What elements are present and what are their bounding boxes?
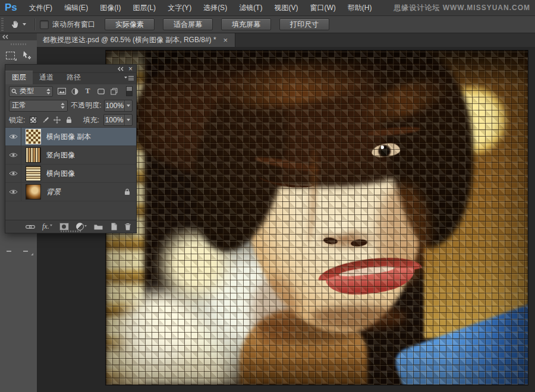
filter-switch[interactable] xyxy=(126,86,133,96)
layer-thumbnail[interactable] xyxy=(26,129,41,144)
filter-adjustment-icon[interactable] xyxy=(70,87,79,96)
visibility-toggle[interactable] xyxy=(5,128,21,146)
options-bar: 滚动所有窗口 实际像素 适合屏幕 填充屏幕 打印尺寸 xyxy=(0,16,535,33)
menu-edit[interactable]: 编辑(E) xyxy=(58,0,94,15)
checkbox-label: 滚动所有窗口 xyxy=(52,20,95,30)
fill-screen-button[interactable]: 填充屏幕 xyxy=(221,18,271,30)
fit-screen-button[interactable]: 适合屏幕 xyxy=(163,18,213,30)
photoshop-window: Ps 文件(F) 编辑(E) 图像(I) 图层(L) 文字(Y) 选择(S) 滤… xyxy=(0,0,535,392)
new-group-icon[interactable] xyxy=(94,223,103,230)
menu-layer[interactable]: 图层(L) xyxy=(127,0,162,15)
updown-icon xyxy=(46,88,51,94)
fill-label: 填充: xyxy=(83,115,99,125)
layers-panel-footer: fx. xyxy=(5,220,136,233)
document-title: 都教授思迷达.psd @ 60.5% (横向图像 副本, RGB/8#) * xyxy=(43,35,216,45)
print-size-button[interactable]: 打印尺寸 xyxy=(279,18,329,30)
visibility-toggle[interactable] xyxy=(5,146,21,164)
hand-tool-preset[interactable] xyxy=(7,18,30,31)
new-layer-icon[interactable] xyxy=(110,223,117,230)
layer-filter-row: 类型 T xyxy=(5,84,136,98)
layer-thumbnail[interactable] xyxy=(26,147,41,163)
filter-smartobject-icon[interactable] xyxy=(109,87,118,96)
caret-icon xyxy=(127,119,130,123)
layer-row-background[interactable]: 背景 xyxy=(5,183,136,201)
tab-channels[interactable]: 通道 xyxy=(33,71,60,84)
close-panel-icon[interactable]: × xyxy=(128,66,133,72)
separator xyxy=(34,18,35,30)
opacity-value[interactable]: 100% xyxy=(104,100,133,112)
filter-pixel-icon[interactable] xyxy=(57,87,66,96)
eye-icon xyxy=(9,152,18,158)
lock-pixels-icon[interactable] xyxy=(41,116,49,124)
menu-image[interactable]: 图像(I) xyxy=(94,0,127,15)
document-tab[interactable]: 都教授思迷达.psd @ 60.5% (横向图像 副本, RGB/8#) * × xyxy=(37,33,235,47)
preset-caret-icon xyxy=(23,23,26,27)
menu-select[interactable]: 选择(S) xyxy=(197,0,233,15)
canvas-image[interactable] xyxy=(106,50,528,385)
layer-name: 横向图像 xyxy=(46,169,75,179)
updown-icon xyxy=(61,103,65,109)
scroll-all-windows-option[interactable]: 滚动所有窗口 xyxy=(40,20,95,30)
layer-name: 竖向图像 xyxy=(46,150,75,160)
menu-help[interactable]: 帮助(H) xyxy=(342,0,378,15)
lock-all-icon[interactable] xyxy=(65,116,73,124)
tools-row xyxy=(0,48,37,63)
collapse-tools-button[interactable] xyxy=(0,33,37,40)
lock-label: 锁定: xyxy=(9,115,25,125)
link-layers-icon[interactable] xyxy=(26,225,35,229)
layer-style-icon[interactable]: fx. xyxy=(42,222,52,231)
lock-row: 锁定: 填充: 100% xyxy=(5,113,136,128)
panel-menu-icon[interactable] xyxy=(124,75,134,82)
move-tool[interactable] xyxy=(20,49,34,62)
layer-row-vertical[interactable]: 竖向图像 xyxy=(5,146,136,165)
add-mask-icon[interactable] xyxy=(59,223,69,230)
collapse-panel-icon[interactable] xyxy=(117,67,124,71)
layer-row-horizontal[interactable]: 横向图像 xyxy=(5,165,136,183)
delete-layer-icon[interactable] xyxy=(124,223,131,230)
tools-grip[interactable] xyxy=(11,43,26,45)
tab-paths[interactable]: 路径 xyxy=(60,71,87,84)
hidden-tool-remnant xyxy=(23,251,28,252)
menu-file[interactable]: 文件(F) xyxy=(23,0,58,15)
menu-view[interactable]: 视图(V) xyxy=(268,0,304,15)
visibility-toggle[interactable] xyxy=(5,165,21,182)
ps-logo: Ps xyxy=(5,2,17,14)
blend-mode-select[interactable]: 正常 xyxy=(9,100,68,112)
blend-mode-value: 正常 xyxy=(12,100,61,110)
layer-thumbnail[interactable] xyxy=(26,184,41,200)
layers-panel: × 图层 通道 路径 类型 T 正常 xyxy=(5,64,137,233)
visibility-toggle[interactable] xyxy=(5,183,21,201)
layer-row-horizontal-copy[interactable]: 横向图像 副本 xyxy=(5,128,136,146)
filter-type-select[interactable]: 类型 xyxy=(9,86,53,97)
lock-position-icon[interactable] xyxy=(53,116,61,124)
move-icon xyxy=(21,50,32,60)
fill-value[interactable]: 100% xyxy=(103,114,133,126)
opacity-label: 不透明度: xyxy=(71,100,101,110)
weave-texture-overlay xyxy=(106,50,528,385)
adjustment-layer-icon[interactable] xyxy=(76,223,87,230)
menu-window[interactable]: 窗口(W) xyxy=(304,0,341,15)
layer-name: 横向图像 副本 xyxy=(46,132,91,142)
options-grip[interactable] xyxy=(1,18,4,31)
lock-transparency-icon[interactable] xyxy=(29,116,37,124)
marquee-tool[interactable] xyxy=(4,49,18,62)
filter-type-label: 类型 xyxy=(20,86,44,96)
hidden-tool-remnant xyxy=(31,253,33,255)
close-tab-icon[interactable]: × xyxy=(222,36,229,44)
flyout-corner-icon xyxy=(14,58,17,61)
actual-pixels-button[interactable]: 实际像素 xyxy=(105,18,155,30)
layer-lock-icon xyxy=(124,188,130,195)
menu-type[interactable]: 文字(Y) xyxy=(162,0,197,15)
filter-shape-icon[interactable] xyxy=(96,87,105,96)
caret-icon xyxy=(127,105,130,109)
tab-layers[interactable]: 图层 xyxy=(5,71,33,84)
layer-thumbnail[interactable] xyxy=(26,166,41,181)
panel-tabs: 图层 通道 路径 xyxy=(5,73,136,84)
search-icon xyxy=(11,88,17,94)
filter-type-text-icon[interactable]: T xyxy=(83,87,92,96)
layer-list: 横向图像 副本 竖向图像 横向图像 背景 xyxy=(5,128,136,220)
watermark: 思缘设计论坛 WWW.MISSYUAN.COM xyxy=(394,3,530,13)
document-tab-bar: 都教授思迷达.psd @ 60.5% (横向图像 副本, RGB/8#) * × xyxy=(37,33,535,48)
menu-filter[interactable]: 滤镜(T) xyxy=(233,0,268,15)
hand-icon xyxy=(11,20,20,29)
